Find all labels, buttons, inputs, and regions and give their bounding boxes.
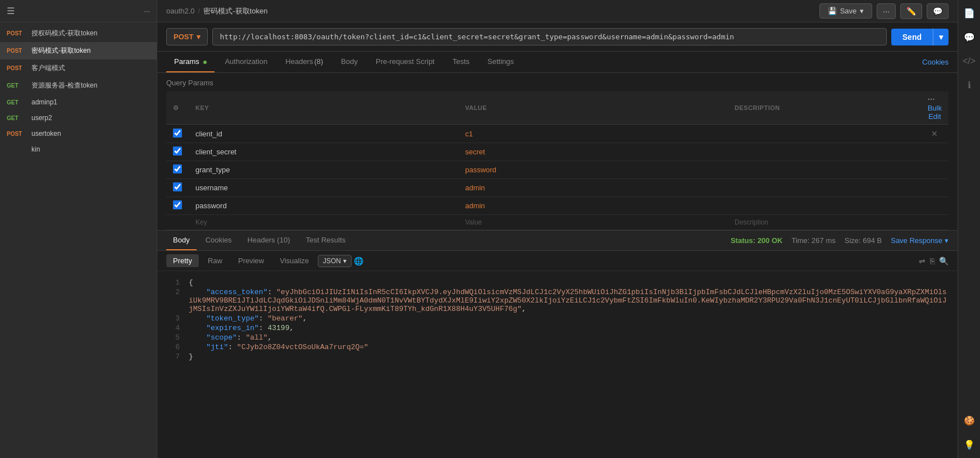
- param-value[interactable]: c1: [465, 130, 473, 138]
- sidebar-item[interactable]: POST 客户端模式: [0, 59, 157, 77]
- word-wrap-icon[interactable]: ⇌: [919, 257, 926, 265]
- tab-authorization[interactable]: Authorization: [217, 52, 275, 72]
- param-key[interactable]: password: [195, 201, 227, 210]
- empty-key[interactable]: Key: [189, 215, 458, 230]
- format-icons: ⇌ ⎘ 🔍: [919, 257, 949, 265]
- row-actions-cell: [921, 143, 949, 161]
- save-response-button[interactable]: Save Response ▾: [891, 236, 949, 245]
- tab-settings[interactable]: Settings: [480, 52, 522, 72]
- line-content: "scope": "all",: [189, 333, 949, 342]
- row-key-cell: username: [189, 179, 458, 197]
- breadcrumb-parent[interactable]: oauth2.0: [166, 7, 195, 15]
- param-key[interactable]: client_secret: [195, 148, 236, 156]
- row-value-cell: secret: [458, 143, 728, 161]
- tab-tests[interactable]: Tests: [445, 52, 477, 72]
- sidebar-item[interactable]: GET 资源服务器-检查token: [0, 77, 157, 94]
- code-line: 7 }: [157, 352, 958, 361]
- col-header-key: KEY: [189, 91, 458, 125]
- row-key-cell: client_secret: [189, 143, 458, 161]
- cookie-icon-button[interactable]: 🍪: [960, 412, 978, 429]
- response-tab-test-results[interactable]: Test Results: [299, 231, 352, 250]
- param-key[interactable]: client_id: [195, 130, 222, 138]
- format-tab-pretty[interactable]: Pretty: [166, 254, 199, 267]
- col-header-value: VALUE: [458, 91, 728, 125]
- more-options-button[interactable]: ···: [877, 3, 896, 19]
- response-tab-headers-(10)[interactable]: Headers (10): [241, 231, 297, 250]
- url-input[interactable]: [212, 28, 886, 45]
- cookies-link[interactable]: Cookies: [922, 58, 949, 66]
- row-check-cell: [166, 143, 189, 161]
- row-value-cell: admin: [458, 197, 728, 215]
- params-dot: [203, 61, 207, 64]
- param-value[interactable]: admin: [465, 184, 485, 192]
- method-label: POST: [174, 33, 193, 41]
- format-tab-preview[interactable]: Preview: [231, 254, 271, 267]
- breadcrumb-separator: /: [198, 7, 200, 15]
- code-icon-button[interactable]: </>: [959, 53, 979, 70]
- row-value-cell: c1: [458, 125, 728, 143]
- globe-icon[interactable]: 🌐: [354, 257, 363, 265]
- method-select[interactable]: POST ▾: [166, 28, 208, 45]
- save-button[interactable]: 💾 Save ▾: [819, 3, 873, 19]
- sidebar-item[interactable]: POST 密码模式-获取token: [0, 42, 157, 59]
- param-key[interactable]: username: [195, 184, 228, 192]
- tab-pre-request-script[interactable]: Pre-request Script: [368, 52, 443, 72]
- response-tab-body[interactable]: Body: [166, 231, 197, 250]
- response-tab-cookies[interactable]: Cookies: [199, 231, 239, 250]
- sidebar-item-label: 密码模式-获取token: [31, 46, 90, 56]
- format-bar: PrettyRawPreviewVisualizeJSON ▾🌐 ⇌ ⎘ 🔍: [157, 251, 958, 271]
- tab-params[interactable]: Params: [166, 52, 215, 72]
- param-value[interactable]: password: [465, 166, 496, 174]
- row-checkbox[interactable]: [173, 200, 182, 209]
- menu-icon[interactable]: ☰: [7, 6, 15, 16]
- param-key[interactable]: grant_type: [195, 166, 230, 174]
- filter-icon[interactable]: ⚙: [173, 104, 179, 111]
- send-dropdown-button[interactable]: ▾: [933, 29, 949, 45]
- row-checkbox[interactable]: [173, 129, 182, 138]
- sidebar-item[interactable]: GET adminp1: [0, 94, 157, 110]
- row-checkbox[interactable]: [173, 164, 182, 173]
- send-button[interactable]: Send: [891, 29, 933, 45]
- breadcrumb-current: 密码模式-获取token: [203, 6, 267, 16]
- empty-desc[interactable]: Description: [728, 215, 921, 230]
- row-key-cell: grant_type: [189, 161, 458, 179]
- code-line: 1 {: [157, 278, 958, 287]
- sidebar-item[interactable]: POST usertoken: [0, 126, 157, 141]
- comment-icon-button[interactable]: 💬: [927, 3, 949, 19]
- sidebar-item-label: usertoken: [31, 130, 61, 138]
- table-row: client_secret secret: [166, 143, 949, 161]
- json-format-select[interactable]: JSON ▾: [318, 255, 352, 267]
- tab-count: (8): [314, 57, 323, 66]
- topbar: oauth2.0 / 密码模式-获取token 💾 Save ▾ ··· ✏️ …: [157, 0, 958, 22]
- method-badge: POST: [7, 65, 27, 71]
- info-icon-button[interactable]: ℹ: [964, 76, 974, 94]
- history-icon-button[interactable]: 📄: [960, 4, 978, 22]
- param-value[interactable]: secret: [465, 148, 485, 156]
- row-checkbox[interactable]: [173, 146, 182, 155]
- line-number: 2: [166, 288, 180, 313]
- param-value[interactable]: admin: [465, 201, 485, 210]
- format-tab-raw[interactable]: Raw: [201, 254, 229, 267]
- method-badge: POST: [7, 30, 27, 36]
- empty-value[interactable]: Value: [458, 215, 728, 230]
- tab-headers[interactable]: Headers(8): [277, 52, 331, 72]
- tab-body[interactable]: Body: [333, 52, 366, 72]
- more-icon[interactable]: ···: [928, 95, 935, 104]
- comments-icon-button[interactable]: 💬: [960, 29, 978, 46]
- sidebar-more-icon[interactable]: ···: [144, 7, 150, 15]
- row-checkbox[interactable]: [173, 182, 182, 191]
- breadcrumb: oauth2.0 / 密码模式-获取token: [166, 6, 267, 16]
- row-check-cell: [166, 125, 189, 143]
- format-tab-visualize[interactable]: Visualize: [273, 254, 316, 267]
- search-icon[interactable]: 🔍: [939, 257, 949, 265]
- bulb-icon-button[interactable]: 💡: [960, 436, 978, 454]
- table-row: client_id c1 ✕: [166, 125, 949, 143]
- save-dropdown-arrow[interactable]: ▾: [860, 7, 864, 15]
- sidebar-item[interactable]: GET userp2: [0, 110, 157, 126]
- bulk-edit-button[interactable]: Bulk Edit: [928, 104, 942, 121]
- copy-icon[interactable]: ⎘: [930, 257, 935, 265]
- sidebar-item[interactable]: POST 授权码模式-获取token: [0, 25, 157, 42]
- sidebar-item[interactable]: kin: [0, 141, 157, 157]
- delete-row-button[interactable]: ✕: [928, 128, 941, 139]
- edit-icon-button[interactable]: ✏️: [900, 3, 922, 19]
